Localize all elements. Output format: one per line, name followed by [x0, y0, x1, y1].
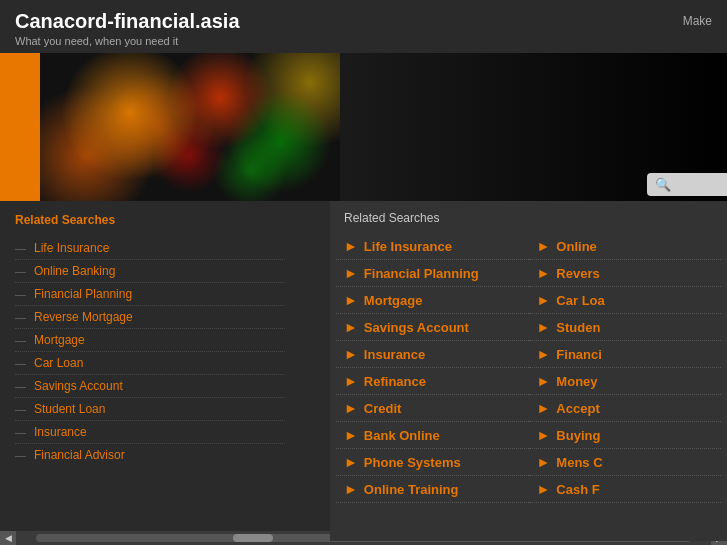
right-panel-link-insurance[interactable]: Insurance: [364, 347, 425, 362]
right-panel-link-life-insurance[interactable]: Life Insurance: [364, 239, 452, 254]
scroll-left-button[interactable]: ◀: [0, 531, 16, 545]
orange-arrow-icon: ►: [344, 373, 358, 389]
right-panel-item: ► Credit: [336, 395, 529, 422]
arrow-icon: —: [15, 357, 26, 369]
orange-arrow-icon: ►: [344, 265, 358, 281]
right-panel-link-credit[interactable]: Credit: [364, 401, 402, 416]
orange-arrow-icon: ►: [537, 454, 551, 470]
right-panel-link-bank-online[interactable]: Bank Online: [364, 428, 440, 443]
right-panel-link-refinance[interactable]: Refinance: [364, 374, 426, 389]
right-panel-link-online-training[interactable]: Online Training: [364, 482, 459, 497]
list-item: — Financial Planning: [15, 283, 285, 306]
orange-arrow-icon: ►: [344, 346, 358, 362]
site-title: Canacord-financial.asia: [15, 10, 240, 33]
sidebar-link-online-banking[interactable]: Online Banking: [34, 264, 115, 278]
arrow-icon: —: [15, 242, 26, 254]
arrow-icon: —: [15, 334, 26, 346]
sidebar-link-financial-advisor[interactable]: Financial Advisor: [34, 448, 125, 462]
right-panel-related-title: Related Searches: [330, 211, 727, 233]
list-item: — Life Insurance: [15, 237, 285, 260]
sidebar-link-financial-planning[interactable]: Financial Planning: [34, 287, 132, 301]
list-item: — Mortgage: [15, 329, 285, 352]
right-panel-link-phone-systems[interactable]: Phone Systems: [364, 455, 461, 470]
right-panel: Related Searches ► Life Insurance ► Onli…: [330, 201, 727, 541]
right-panel-item: ► Mens C: [529, 449, 722, 476]
sidebar-link-car-loan[interactable]: Car Loan: [34, 356, 83, 370]
main-content: Related Searches — Life Insurance — Onli…: [0, 201, 727, 538]
sidebar-link-reverse-mortgage[interactable]: Reverse Mortgage: [34, 310, 133, 324]
right-panel-link-buying[interactable]: Buying: [556, 428, 600, 443]
right-panel-item: ► Online: [529, 233, 722, 260]
right-panel-item: ► Accept: [529, 395, 722, 422]
orange-arrow-icon: ►: [537, 319, 551, 335]
site-subtitle: What you need, when you need it: [15, 35, 240, 47]
list-item: — Car Loan: [15, 352, 285, 375]
right-panel-link-car-loan[interactable]: Car Loa: [556, 293, 604, 308]
right-panel-link-cash-f[interactable]: Cash F: [556, 482, 599, 497]
right-panel-link-money[interactable]: Money: [556, 374, 597, 389]
hero-bokeh: [40, 53, 340, 201]
orange-arrow-icon: ►: [537, 373, 551, 389]
sidebar-link-mortgage[interactable]: Mortgage: [34, 333, 85, 347]
arrow-icon: —: [15, 288, 26, 300]
header-right: Make: [683, 14, 712, 28]
right-panel-item: ► Savings Account: [336, 314, 529, 341]
sidebar-link-savings-account[interactable]: Savings Account: [34, 379, 123, 393]
orange-arrow-icon: ►: [537, 238, 551, 254]
right-panel-item: ► Buying: [529, 422, 722, 449]
scrollbar-thumb[interactable]: [233, 534, 273, 542]
right-panel-item: ► Cash F: [529, 476, 722, 503]
list-item: — Savings Account: [15, 375, 285, 398]
right-panel-item: ► Money: [529, 368, 722, 395]
orange-arrow-icon: ►: [344, 427, 358, 443]
arrow-icon: —: [15, 311, 26, 323]
right-panel-link-student[interactable]: Studen: [556, 320, 600, 335]
right-panel-item: ► Refinance: [336, 368, 529, 395]
orange-arrow-icon: ►: [537, 346, 551, 362]
sidebar-link-life-insurance[interactable]: Life Insurance: [34, 241, 109, 255]
list-item: — Financial Advisor: [15, 444, 285, 466]
orange-arrow-icon: ►: [344, 319, 358, 335]
right-panel-item: ► Financial Planning: [336, 260, 529, 287]
right-panel-link-financial-planning[interactable]: Financial Planning: [364, 266, 479, 281]
right-panel-item: ► Insurance: [336, 341, 529, 368]
orange-arrow-icon: ►: [344, 238, 358, 254]
hero-image: 🔍: [0, 53, 727, 201]
search-input[interactable]: [671, 178, 721, 192]
orange-arrow-icon: ►: [344, 292, 358, 308]
right-panel-item: ► Phone Systems: [336, 449, 529, 476]
orange-arrow-icon: ►: [537, 481, 551, 497]
arrow-icon: —: [15, 265, 26, 277]
hero-orange-bar: [0, 53, 42, 201]
sidebar-link-student-loan[interactable]: Student Loan: [34, 402, 105, 416]
arrow-icon: —: [15, 426, 26, 438]
right-panel-link-mens-c[interactable]: Mens C: [556, 455, 602, 470]
right-panel-link-mortgage[interactable]: Mortgage: [364, 293, 423, 308]
search-icon: 🔍: [655, 177, 671, 192]
right-panel-link-accept[interactable]: Accept: [556, 401, 599, 416]
right-panel-link-savings-account[interactable]: Savings Account: [364, 320, 469, 335]
make-label: Make: [683, 14, 712, 28]
orange-arrow-icon: ►: [537, 400, 551, 416]
list-item: — Reverse Mortgage: [15, 306, 285, 329]
orange-arrow-icon: ►: [537, 292, 551, 308]
right-panel-item: ► Online Training: [336, 476, 529, 503]
list-item: — Student Loan: [15, 398, 285, 421]
sidebar-link-insurance[interactable]: Insurance: [34, 425, 87, 439]
search-box[interactable]: 🔍: [647, 173, 727, 196]
right-panel-link-online[interactable]: Online: [556, 239, 596, 254]
arrow-icon: —: [15, 449, 26, 461]
orange-arrow-icon: ►: [537, 427, 551, 443]
right-panel-item: ► Life Insurance: [336, 233, 529, 260]
orange-arrow-icon: ►: [344, 400, 358, 416]
right-panel-item: ► Revers: [529, 260, 722, 287]
right-panel-item: ► Mortgage: [336, 287, 529, 314]
header-left: Canacord-financial.asia What you need, w…: [15, 10, 240, 47]
orange-arrow-icon: ►: [344, 454, 358, 470]
orange-arrow-icon: ►: [344, 481, 358, 497]
sidebar-related-title: Related Searches: [15, 213, 285, 227]
arrow-icon: —: [15, 403, 26, 415]
right-panel-link-financi[interactable]: Financi: [556, 347, 602, 362]
right-panel-grid: ► Life Insurance ► Online ► Financial Pl…: [330, 233, 727, 503]
right-panel-link-revers[interactable]: Revers: [556, 266, 599, 281]
